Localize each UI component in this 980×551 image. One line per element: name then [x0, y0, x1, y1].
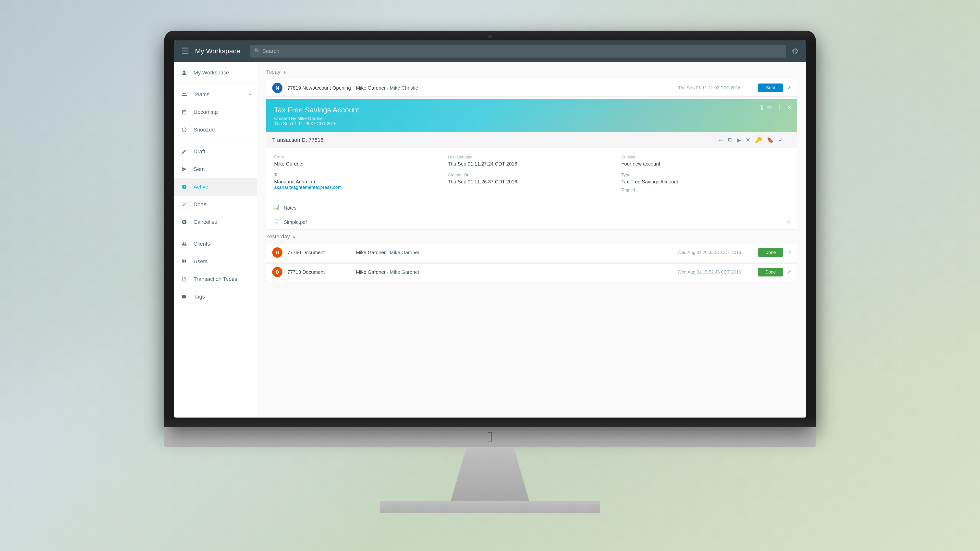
- yesterday-group-header[interactable]: Yesterday ▲: [266, 233, 797, 240]
- to-email: akanar@agreementexpress.com: [274, 185, 442, 190]
- last-updated-label: Last Updated: [448, 155, 616, 160]
- app-body: My Workspace Teams ▾: [174, 62, 806, 418]
- sidebar-item-sent[interactable]: Sent: [174, 160, 257, 178]
- transaction-detail-id: TransactionID: 77816: [272, 137, 719, 143]
- svg-rect-3: [185, 261, 186, 262]
- clients-icon: [180, 240, 189, 248]
- subject-section: Subject Your new account: [621, 155, 789, 167]
- transaction-date: Wed Aug 31 15:52:46 CDT 2016: [660, 270, 758, 275]
- table-row[interactable]: D 77713 Document Mike Gardner · Mike Gar…: [266, 263, 797, 281]
- teams-icon: [180, 90, 189, 99]
- attachment-row[interactable]: 📄 Simple.pdf ↗: [266, 215, 797, 229]
- sidebar-item-snoozed[interactable]: Snoozed: [174, 121, 257, 139]
- done-icon: [180, 200, 189, 209]
- my-workspace-icon: [180, 68, 189, 77]
- users-icon: [180, 257, 189, 266]
- search-input[interactable]: [250, 45, 786, 57]
- to-name: Marianna Adamian: [274, 179, 442, 185]
- svg-rect-0: [182, 260, 184, 261]
- status-badge: Sent: [758, 84, 783, 92]
- more-icon[interactable]: ⋮: [776, 104, 783, 111]
- yesterday-chevron-icon: ▲: [292, 234, 296, 239]
- sidebar-item-users[interactable]: Users: [174, 253, 257, 270]
- today-group-header[interactable]: Today ▲: [266, 69, 797, 75]
- person-bold: Mike Gardner: [356, 85, 386, 91]
- attachment-open-icon[interactable]: ↗: [786, 219, 790, 225]
- sidebar-item-active[interactable]: Active: [174, 178, 257, 196]
- sent-icon: [180, 165, 189, 174]
- tags-icon: [180, 292, 189, 301]
- card-created-by: Created By Mike Gardner: [274, 116, 789, 121]
- sidebar-item-transaction-types[interactable]: Transaction Types: [174, 270, 257, 288]
- close-icon[interactable]: ✕: [787, 104, 792, 111]
- bookmark-icon[interactable]: 🔖: [767, 137, 774, 143]
- open-icon[interactable]: ↗: [787, 85, 791, 91]
- sidebar: My Workspace Teams ▾: [174, 62, 257, 418]
- created-on-section: Created On Thu Sep 01 11:26:37 CDT 2016: [448, 173, 616, 194]
- imac-wrapper: ☰ My Workspace 🔍 ⚙: [159, 30, 821, 520]
- transaction-id: 77713 Document: [287, 269, 356, 275]
- table-row[interactable]: D 77760 Document Mike Gardner · Mike Gar…: [266, 244, 797, 261]
- notes-row[interactable]: 📝 Notes: [266, 201, 797, 215]
- search-wrap: 🔍: [250, 45, 786, 57]
- sidebar-item-cancelled[interactable]: Cancelled: [174, 213, 257, 231]
- clients-label: Clients: [194, 241, 251, 247]
- snoozed-icon: [180, 125, 189, 134]
- sidebar-item-upcoming[interactable]: Upcoming: [174, 103, 257, 121]
- table-row[interactable]: N 77819 New Account Opening Mike Gardner…: [266, 79, 797, 97]
- sidebar-item-draft[interactable]: Draft: [174, 143, 257, 160]
- transaction-id: 77760 Document: [287, 250, 356, 256]
- open-icon[interactable]: ↗: [787, 249, 791, 256]
- hamburger-icon[interactable]: ☰: [181, 46, 189, 56]
- created-on-label: Created On: [448, 173, 616, 178]
- attachment-label: Simple.pdf: [284, 219, 786, 225]
- edit-icon[interactable]: ✏: [767, 104, 773, 111]
- active-icon: [180, 183, 189, 191]
- type-value: Tax Free Savings Account: [621, 179, 789, 185]
- transaction-people: Mike Gardner · Mike Gardner: [356, 269, 660, 275]
- gear-icon[interactable]: ⚙: [792, 46, 799, 56]
- to-section: To Marianna Adamian akanar@agreementexpr…: [274, 173, 442, 194]
- reply-icon[interactable]: ↩: [719, 137, 724, 143]
- sidebar-item-done[interactable]: Done: [174, 196, 257, 213]
- transaction-detail-bar: TransactionID: 77816 ↩ ⧉ ▶ ✕ 🔑 🔖 ✓ ≡: [266, 132, 797, 148]
- teams-chevron-icon: ▾: [249, 92, 251, 97]
- check-icon[interactable]: ✓: [778, 137, 783, 143]
- sidebar-item-teams[interactable]: Teams ▾: [174, 86, 257, 103]
- upcoming-icon: [180, 108, 189, 117]
- key-icon[interactable]: 🔑: [755, 137, 762, 143]
- sidebar-item-my-workspace[interactable]: My Workspace: [174, 64, 257, 81]
- transaction-id: 77819 New Account Opening: [287, 85, 356, 91]
- transaction-types-label: Transaction Types: [194, 276, 251, 283]
- transaction-people: Mike Gardner · Mike Christie: [356, 85, 660, 91]
- done-label: Done: [194, 201, 251, 208]
- tags-label: Tags: [194, 294, 251, 300]
- imac-stand: [451, 447, 529, 501]
- type-label: Type: [621, 173, 789, 178]
- avatar: D: [272, 267, 283, 277]
- from-label: From: [274, 155, 442, 160]
- today-label: Today: [266, 69, 280, 75]
- svg-rect-2: [182, 261, 184, 262]
- avatar: D: [272, 247, 283, 257]
- draft-icon: [180, 147, 189, 156]
- subject-label: Subject: [621, 155, 789, 160]
- open-icon[interactable]: ↗: [787, 269, 791, 275]
- avatar: N: [272, 83, 283, 93]
- imac-chin: : [164, 427, 816, 447]
- cancel-icon[interactable]: ✕: [746, 137, 751, 143]
- transaction-people: Mike Gardner · Mike Gardner: [356, 250, 660, 256]
- sidebar-item-tags[interactable]: Tags: [174, 288, 257, 306]
- from-value: Mike Gardner: [274, 161, 442, 167]
- more-detail-icon[interactable]: ≡: [788, 137, 791, 143]
- person-rest: · Mike Gardner: [387, 269, 420, 275]
- person-rest: · Mike Christie: [387, 85, 418, 91]
- app-screen: ☰ My Workspace 🔍 ⚙: [174, 40, 806, 418]
- info-icon[interactable]: ℹ: [761, 104, 763, 111]
- detail-actions: ↩ ⧉ ▶ ✕ 🔑 🔖 ✓ ≡: [719, 137, 791, 143]
- copy-icon[interactable]: ⧉: [728, 137, 732, 143]
- person-bold: Mike Gardner: [356, 250, 386, 255]
- forward-icon[interactable]: ▶: [737, 137, 741, 143]
- sidebar-item-clients[interactable]: Clients: [174, 235, 257, 253]
- yesterday-label: Yesterday: [266, 233, 290, 240]
